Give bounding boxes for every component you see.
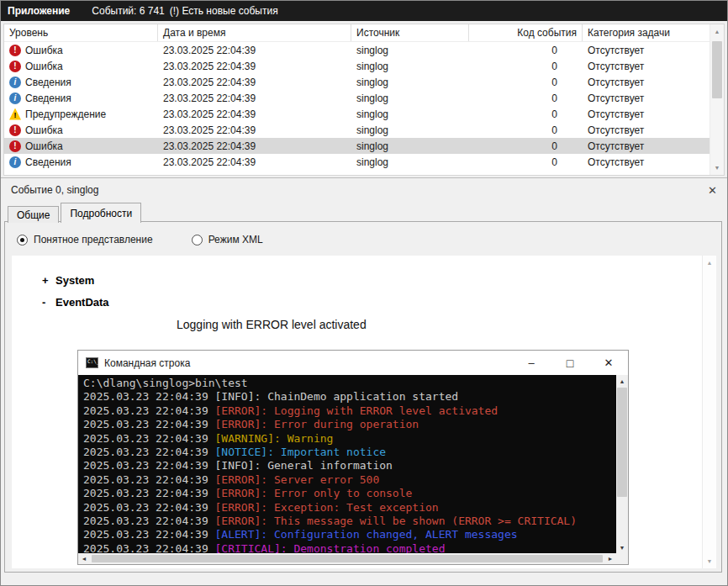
console-timestamp: 2025.03.23 22:04:39 xyxy=(83,528,215,541)
scroll-down-icon[interactable]: ▼ xyxy=(710,161,724,175)
event-message: Logging with ERROR level activated xyxy=(177,318,367,331)
console-message: [WARNING]: Warning xyxy=(215,432,334,445)
console-horizontal-scrollbar[interactable]: ◄ ► xyxy=(78,553,616,564)
console-vertical-scrollbar[interactable]: ▲ ▼ xyxy=(616,375,628,553)
expand-icon[interactable]: + xyxy=(42,274,55,287)
view-mode-radios: Понятное представление Режим XML xyxy=(17,234,263,245)
details-title: Событие 0, singlog xyxy=(11,184,98,196)
content-scroll-down-icon[interactable]: ▼ xyxy=(703,554,716,568)
scroll-thumb[interactable] xyxy=(712,41,722,98)
table-row[interactable]: iСведения23.03.2025 22:04:39singlog0Отсу… xyxy=(4,90,710,106)
console-scroll-corner xyxy=(616,553,628,564)
source-cell: singlog xyxy=(351,77,469,88)
console-line: 2025.03.23 22:04:39 [INFO]: General info… xyxy=(83,459,616,472)
level-cell: !Ошибка xyxy=(4,140,158,152)
table-row[interactable]: !Ошибка23.03.2025 22:04:39singlog0Отсутс… xyxy=(4,138,710,154)
table-row[interactable]: !Ошибка23.03.2025 22:04:39singlog0Отсутс… xyxy=(4,42,710,58)
content-scrollbar[interactable]: ▲ ▼ xyxy=(702,256,716,568)
minimize-button[interactable]: – xyxy=(512,351,551,375)
level-cell: iСведения xyxy=(4,77,158,88)
datetime-cell: 23.03.2025 22:04:39 xyxy=(158,92,351,104)
radio-friendly-view[interactable]: Понятное представление xyxy=(17,234,153,245)
table-header-row: Уровень Дата и время Источник Код событи… xyxy=(4,24,710,42)
column-header-datetime[interactable]: Дата и время xyxy=(158,24,351,41)
console-line: 2025.03.23 22:04:39 [ERROR]: Error durin… xyxy=(83,418,616,431)
radio-xml-label: Режим XML xyxy=(208,234,263,245)
level-cell: iСведения xyxy=(4,156,158,168)
console-scroll-down-icon[interactable]: ▼ xyxy=(616,541,628,553)
source-cell: singlog xyxy=(351,45,469,56)
radio-dot-xml xyxy=(192,235,203,245)
console-timestamp: 2025.03.23 22:04:39 xyxy=(83,418,215,430)
tree-item-eventdata[interactable]: - EventData xyxy=(42,296,109,309)
scroll-up-icon[interactable]: ▲ xyxy=(710,24,724,39)
source-cell: singlog xyxy=(351,108,469,120)
events-count: Событий: 6 741 xyxy=(92,5,164,17)
maximize-button[interactable]: □ xyxy=(551,351,589,375)
console-timestamp: 2025.03.23 22:04:39 xyxy=(83,390,215,403)
event-code-cell: 0 xyxy=(469,61,583,72)
console-timestamp: 2025.03.23 22:04:39 xyxy=(83,542,215,553)
console-timestamp: 2025.03.23 22:04:39 xyxy=(83,404,215,417)
table-row[interactable]: iСведения23.03.2025 22:04:39singlog0Отсу… xyxy=(4,154,710,170)
console-timestamp: 2025.03.23 22:04:39 xyxy=(83,446,215,458)
event-code-cell: 0 xyxy=(469,77,583,88)
event-table: Уровень Дата и время Источник Код событи… xyxy=(3,24,725,176)
radio-dot-friendly xyxy=(17,235,28,245)
event-code-cell: 0 xyxy=(469,92,583,104)
console-scroll-thumb[interactable] xyxy=(617,388,627,497)
close-details-button[interactable]: ✕ xyxy=(708,184,717,197)
column-header-task-category[interactable]: Категория задачи xyxy=(583,24,710,41)
event-code-cell: 0 xyxy=(469,45,583,56)
category-cell: Отсутствует xyxy=(583,77,710,88)
column-header-event-code[interactable]: Код события xyxy=(469,24,583,41)
tab-details[interactable]: Подробности xyxy=(61,203,141,223)
console-line: 2025.03.23 22:04:39 [ERROR]: Server erro… xyxy=(83,473,616,487)
warning-icon: ! xyxy=(9,108,21,120)
console-message: [NOTICE]: Important notice xyxy=(215,446,387,458)
category-cell: Отсутствует xyxy=(583,45,710,56)
datetime-cell: 23.03.2025 22:04:39 xyxy=(158,77,351,88)
level-label: Ошибка xyxy=(25,140,63,152)
column-header-source[interactable]: Источник xyxy=(351,24,469,41)
radio-xml-view[interactable]: Режим XML xyxy=(192,234,263,245)
level-label: Ошибка xyxy=(25,45,63,56)
datetime-cell: 23.03.2025 22:04:39 xyxy=(158,61,351,72)
source-cell: singlog xyxy=(351,156,469,168)
table-row[interactable]: iСведения23.03.2025 22:04:39singlog0Отсу… xyxy=(4,74,710,90)
tab-details-label: Подробности xyxy=(70,208,132,219)
column-header-level[interactable]: Уровень xyxy=(4,24,158,41)
details-pane: Событие 0, singlog ✕ Общие Подробности П… xyxy=(1,177,727,585)
console-timestamp: 2025.03.23 22:04:39 xyxy=(83,487,215,499)
table-scrollbar[interactable]: ▲ ▼ xyxy=(710,24,724,175)
console-line: 2025.03.23 22:04:39 [CRITICAL]: Demonstr… xyxy=(83,542,616,553)
level-label: Предупреждение xyxy=(25,108,106,120)
level-label: Сведения xyxy=(25,156,71,168)
console-scroll-left-icon[interactable]: ◄ xyxy=(78,553,90,564)
table-row[interactable]: !Ошибка23.03.2025 22:04:39singlog0Отсутс… xyxy=(4,58,710,74)
datetime-cell: 23.03.2025 22:04:39 xyxy=(158,124,351,136)
console-message: [ALERT]: Configuration changed, ALERT me… xyxy=(215,528,518,541)
content-scroll-up-icon[interactable]: ▲ xyxy=(703,256,716,270)
console-message: [ERROR]: Logging with ERROR level activa… xyxy=(215,404,499,417)
cmd-titlebar[interactable]: Командная строка – □ ✕ xyxy=(78,351,628,375)
app-header: Приложение Событий: 6 741 (!) Есть новые… xyxy=(1,1,727,21)
close-button[interactable]: ✕ xyxy=(589,351,628,375)
console-message: [ERROR]: Exception: Test exception xyxy=(215,501,439,514)
console-timestamp: 2025.03.23 22:04:39 xyxy=(83,515,215,527)
collapse-icon[interactable]: - xyxy=(42,296,55,309)
console-scroll-up-icon[interactable]: ▲ xyxy=(616,375,628,387)
table-row[interactable]: !Ошибка23.03.2025 22:04:39singlog0Отсутс… xyxy=(4,122,710,138)
console-scroll-right-icon[interactable]: ► xyxy=(604,553,616,564)
console-hscroll-thumb[interactable] xyxy=(92,555,603,562)
tree-item-system[interactable]: + System xyxy=(42,274,94,287)
console-line: 2025.03.23 22:04:39 [ERROR]: Logging wit… xyxy=(83,404,616,418)
console-line: C:\dlang\singlog>bin\test xyxy=(83,377,616,390)
table-row[interactable]: !Предупреждение23.03.2025 22:04:39singlo… xyxy=(4,106,710,122)
console-line: 2025.03.23 22:04:39 [ERROR]: Exception: … xyxy=(83,501,616,515)
level-cell: !Ошибка xyxy=(4,61,158,72)
datetime-cell: 23.03.2025 22:04:39 xyxy=(158,156,351,168)
category-cell: Отсутствует xyxy=(583,61,710,72)
tab-general[interactable]: Общие xyxy=(8,206,59,223)
console-message: C:\dlang\singlog>bin\test xyxy=(83,377,248,389)
